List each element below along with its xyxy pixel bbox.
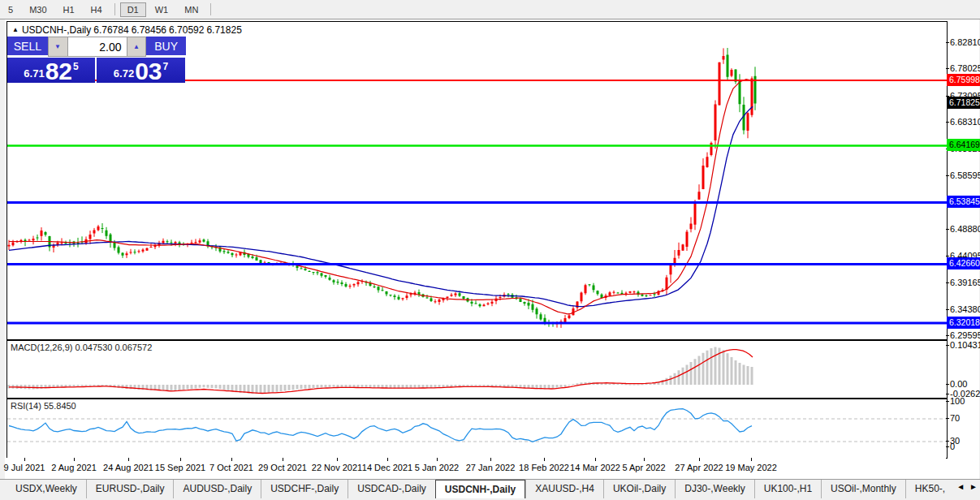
- volume-increase-button[interactable]: ▲: [127, 37, 147, 57]
- date-label: 27 Jan 2022: [466, 463, 516, 472]
- date-label: 14 Mar 2022: [570, 463, 620, 472]
- date-tick-mark: [595, 458, 596, 461]
- buy-price-prefix: 6.72: [114, 67, 134, 80]
- buy-price-pips: 03: [135, 61, 162, 82]
- timeframe-5[interactable]: 5: [1, 2, 20, 17]
- sell-price-display[interactable]: 6.71 82 5: [7, 58, 95, 83]
- date-tick-mark: [544, 458, 545, 461]
- date-tick-mark: [24, 458, 25, 461]
- date-tick-mark: [128, 458, 129, 461]
- price-tick: 6.82810: [950, 37, 980, 48]
- price-tick: 6.39165: [950, 277, 980, 288]
- date-label: 19 May 2022: [725, 463, 777, 472]
- date-tick-mark: [751, 458, 752, 461]
- chart-tab-usdchf-daily[interactable]: USDCHF-,Daily: [261, 480, 348, 498]
- chart-title: ▲USDCNH-,Daily6.767846.784566.705926.718…: [12, 24, 244, 36]
- date-tick-mark: [180, 458, 181, 461]
- symbol-label: USDCNH-,Daily: [22, 24, 91, 36]
- price-level-plate: 6.53845: [947, 196, 980, 208]
- chart-tab-uk100-h1[interactable]: UK100-,H1: [754, 480, 821, 498]
- chart-tab-audusd-daily[interactable]: AUDUSD-,Daily: [173, 480, 261, 498]
- volume-input[interactable]: [68, 37, 127, 57]
- chart-tab-usdcnh-daily[interactable]: USDCNH-,Daily: [435, 480, 525, 498]
- timeframe-h1[interactable]: H1: [56, 2, 82, 17]
- date-label: 22 Nov 2021: [312, 463, 362, 472]
- price-level-plate: 6.64169: [947, 139, 980, 151]
- ohlc-close: 6.71825: [206, 24, 241, 36]
- price-tick: 6.34380: [950, 304, 980, 315]
- timeframe-w1[interactable]: W1: [148, 2, 176, 17]
- chart-tab-ukoil-daily[interactable]: UKOil-,Daily: [603, 480, 675, 498]
- collapse-arrow-icon[interactable]: ▲: [12, 26, 19, 33]
- buy-button[interactable]: BUY: [146, 37, 186, 57]
- tab-scroll-right-icon[interactable]: ►: [969, 482, 978, 491]
- chart-tab-eurusd-daily[interactable]: EURUSD-,Daily: [86, 480, 174, 498]
- timeframe-h4[interactable]: H4: [84, 2, 110, 17]
- date-label: 24 Aug 2021: [103, 463, 153, 472]
- chart-tab-usdx-weekly[interactable]: USDX,Weekly: [6, 480, 86, 498]
- price-level-plate: 6.71825: [947, 97, 980, 109]
- rsi-axis-tick: 0: [950, 441, 955, 452]
- ohlc-open: 6.76784: [93, 24, 128, 36]
- one-click-trade-panel: SELL ▼ ▲ BUY 6.71 82 5 6.72 03 7: [7, 37, 186, 83]
- trading-platform-window: { "toolbar": {"groups": [["5","M30","H1"…: [0, 0, 980, 500]
- date-label: 15 Sep 2021: [155, 463, 205, 472]
- date-tick-mark: [387, 458, 388, 461]
- tab-scroll-buttons: ◄ ►: [956, 482, 978, 491]
- sell-button[interactable]: SELL: [7, 37, 48, 57]
- sell-price-prefix: 6.71: [24, 67, 44, 80]
- date-tick-mark: [283, 458, 283, 461]
- ohlc-low: 6.70592: [169, 24, 204, 36]
- date-tick-mark: [231, 458, 232, 461]
- price-level-plate: 6.75998: [947, 74, 980, 86]
- time-axis[interactable]: 9 Jul 20212 Aug 202124 Aug 202115 Sep 20…: [6, 458, 946, 477]
- chart-tab-dj30-weekly[interactable]: DJ30-,Weekly: [675, 480, 753, 498]
- macd-axis-tick: 0.104313: [950, 339, 980, 351]
- main-chart-pane[interactable]: ▲USDCNH-,Daily6.767846.784566.705926.718…: [6, 21, 948, 340]
- macd-main-value: 0.047530: [75, 343, 112, 352]
- volume-decrease-button[interactable]: ▼: [48, 37, 68, 57]
- date-label: 29 Oct 2021: [258, 463, 307, 472]
- rsi-axis-tick: 100: [950, 395, 965, 407]
- rsi-value: 55.8450: [44, 401, 76, 411]
- price-level-plate: 6.42660: [947, 257, 980, 269]
- date-tick-mark: [74, 458, 75, 461]
- date-label: 7 Oct 2021: [209, 463, 253, 472]
- date-label: 9 Jul 2021: [4, 463, 45, 472]
- timeframe-toolbar: 5M30H1H4D1W1MN: [0, 0, 980, 19]
- date-tick-mark: [644, 458, 645, 461]
- date-label: 27 Apr 2022: [675, 463, 723, 472]
- date-label: 2 Aug 2021: [51, 463, 97, 472]
- buy-price-display[interactable]: 6.72 03 7: [97, 58, 185, 83]
- date-tick-mark: [337, 458, 338, 461]
- chart-tab-hk50[interactable]: HK50-,: [905, 480, 954, 498]
- chart-tabs: USDX,WeeklyEURUSD-,DailyAUDUSD-,DailyUSD…: [0, 479, 980, 498]
- rsi-indicator-pane[interactable]: RSI(14) 55.8450: [6, 399, 948, 459]
- price-tick: 6.78025: [950, 62, 980, 74]
- price-tick: 6.48880: [950, 223, 980, 235]
- macd-label: MACD(12,26,9) 0.047530 0.067572: [11, 343, 152, 352]
- date-label: 14 Dec 2021: [362, 463, 412, 472]
- tab-scroll-left-icon[interactable]: ◄: [956, 482, 965, 491]
- rsi-axis-tick: 70: [950, 412, 960, 424]
- date-tick-mark: [437, 458, 438, 461]
- sell-price-pips: 82: [45, 61, 72, 82]
- sell-price-point: 5: [73, 61, 79, 72]
- chart-tab-usdcad-daily[interactable]: USDCAD-,Daily: [348, 480, 435, 498]
- rsi-chart: [7, 399, 947, 458]
- date-label: 18 Feb 2022: [519, 463, 569, 472]
- chart-tab-usoil-monthly[interactable]: USOil-,Monthly: [821, 480, 905, 498]
- date-tick-mark: [490, 458, 491, 461]
- timeframe-d1[interactable]: D1: [120, 2, 146, 17]
- timeframe-mn[interactable]: MN: [177, 2, 205, 17]
- price-tick: 6.68310: [950, 116, 980, 127]
- chart-tab-xauusd-h4[interactable]: XAUUSD-,H4: [525, 480, 603, 498]
- price-tick: 6.58595: [950, 170, 980, 181]
- ohlc-high: 6.78456: [132, 24, 166, 36]
- date-label: 5 Apr 2022: [622, 463, 665, 472]
- timeframe-m30[interactable]: M30: [22, 2, 54, 17]
- macd-signal-value: 0.067572: [114, 343, 152, 352]
- macd-indicator-pane[interactable]: MACD(12,26,9) 0.047530 0.067572: [6, 340, 948, 399]
- date-tick-mark: [699, 458, 700, 461]
- date-label: 5 Jan 2022: [415, 463, 459, 472]
